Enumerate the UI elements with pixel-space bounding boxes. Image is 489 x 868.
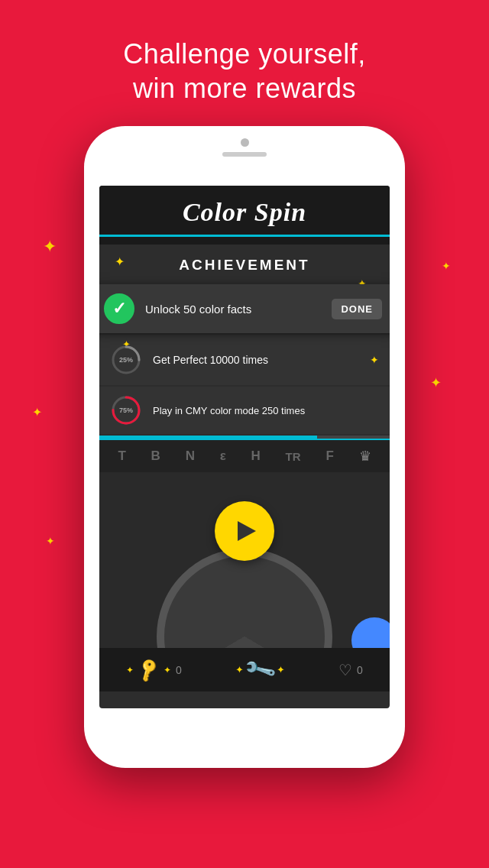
phone-screen: Color Spin ✦ ✦ ACHIEVEMENT ✓ U [99,186,390,708]
progress-circle-25: 25% [110,344,142,376]
sparkle-left-top: ✦ [43,237,57,257]
sparkle-brush-left: ✦ [126,665,134,675]
sparkle-left-bot: ✦ [46,535,55,547]
tab-F[interactable]: F [325,449,333,464]
progress-75-label: 75% [119,406,133,414]
spin-wheel [157,549,332,648]
tab-N[interactable]: N [186,449,195,464]
paint-count: 0 [176,664,182,676]
achievement-item-3: 75% Play in CMY color mode 250 times [99,387,390,434]
header-text: Challenge yourself, win more rewards [0,0,489,105]
speaker-bar [222,152,267,157]
app-header: Color Spin [99,186,390,245]
tab-T[interactable]: T [118,449,125,464]
sparkle-right-top: ✦ [442,260,451,272]
achievement-3-text: Play in CMY color mode 250 times [153,405,379,416]
achievement-item-1: ✓ Unlock 50 color facts DONE [99,284,390,333]
phone-wrapper: Color Spin ✦ ✦ ACHIEVEMENT ✓ U [84,126,405,783]
header-line1: Challenge yourself, [0,37,489,71]
app-title: Color Spin [99,198,390,227]
check-circle: ✓ [104,293,134,324]
game-area [99,472,390,648]
achievement-1-text: Unlock 50 color facts [145,303,332,316]
crown-icon[interactable]: ♛ [359,448,371,465]
bottom-tabs: T B N ε H TR F ♛ [99,439,390,472]
heart-icon: ♡ [338,661,352,679]
phone-top-bar [222,138,267,157]
tab-B[interactable]: B [151,449,160,464]
progress-circle-75: 75% [110,394,142,426]
paintbrush-item: ✦ 🔑 ✦ 0 [126,660,182,680]
tab-TR[interactable]: TR [286,450,301,463]
page-background: Challenge yourself, win more rewards ✦ ✦… [0,0,489,868]
heart-item: ♡ 0 [338,661,363,679]
paintbrush-big-icon: 🔧 [242,652,278,687]
cyan-divider [99,235,390,237]
bottom-bar: ✦ 🔑 ✦ 0 ✦ 🔧 ✦ ♡ 0 [99,648,390,691]
achievement-2-text: Get Perfect 10000 times [153,354,365,366]
camera-dot [241,138,249,147]
achievement-item-2: 25% Get Perfect 10000 times ✦ [99,335,390,385]
sparkle-brush-right: ✦ [164,665,171,675]
paintbrush-icon: 🔑 [134,656,162,683]
header-line2: win more rewards [0,71,489,105]
heart-count: 0 [357,664,363,676]
paintbrush-big-item: ✦ 🔧 ✦ [235,657,285,682]
play-button[interactable] [215,501,274,561]
sparkle-left-mid: ✦ [32,405,42,419]
achievement-title: ACHIEVEMENT [99,257,390,274]
sparkle-ach-left: ✦ [115,254,125,269]
play-triangle-icon [238,521,256,541]
progress-25-label: 25% [119,356,133,364]
blue-segment [351,617,390,648]
tab-epsilon[interactable]: ε [220,449,226,464]
sparkle-right-a2: ✦ [370,354,379,366]
done-button[interactable]: DONE [332,299,382,319]
sparkle-right-mid: ✦ [430,374,442,391]
tab-H[interactable]: H [251,449,261,464]
achievement-section: ✦ ✦ ACHIEVEMENT ✓ Unlock 50 color facts … [99,245,390,434]
phone-shell: Color Spin ✦ ✦ ACHIEVEMENT ✓ U [84,126,405,768]
checkmark-icon: ✓ [112,299,126,319]
